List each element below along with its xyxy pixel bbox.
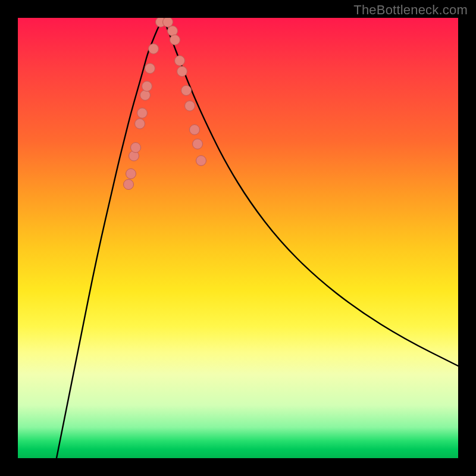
right-curve [163, 18, 458, 366]
data-dot [137, 108, 148, 118]
data-dot [168, 26, 178, 36]
data-dot [140, 90, 151, 101]
data-dot [124, 180, 134, 190]
data-dot [131, 143, 141, 153]
watermark-label: TheBottleneck.com [353, 2, 468, 18]
data-dot [149, 44, 159, 54]
dot-group [124, 18, 206, 190]
data-dot [177, 67, 187, 77]
data-dot [181, 86, 192, 96]
data-dot [175, 56, 185, 66]
data-dot [145, 64, 155, 74]
data-dot [142, 82, 152, 92]
data-dot [190, 125, 200, 135]
data-dot [163, 18, 173, 27]
curve-group [57, 18, 458, 458]
plot-area [18, 18, 458, 458]
data-dot [126, 169, 136, 179]
data-dot [135, 119, 145, 129]
data-dot [193, 139, 203, 149]
chart-svg [18, 18, 458, 458]
data-dot [196, 156, 206, 166]
data-dot [170, 35, 180, 45]
chart-container: TheBottleneck.com [0, 0, 476, 476]
data-dot [185, 101, 195, 111]
